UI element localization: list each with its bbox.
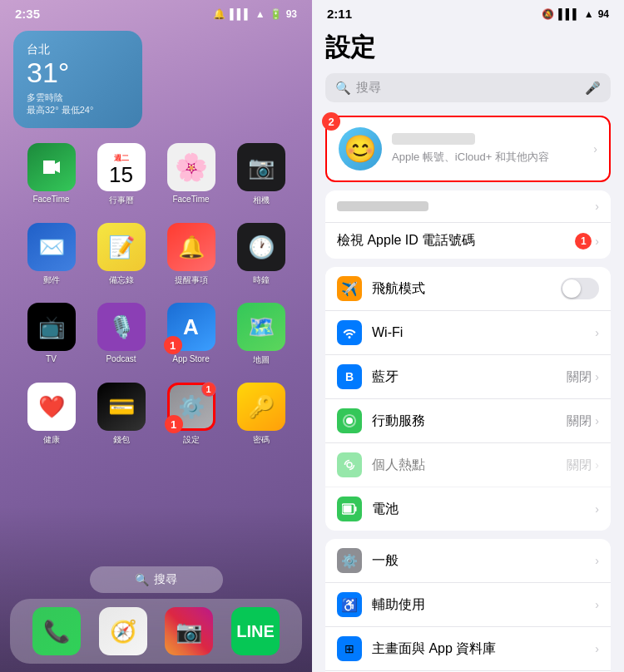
- airplane-toggle[interactable]: [561, 278, 599, 299]
- airplane-mode-row[interactable]: ✈️ 飛航模式: [325, 267, 611, 311]
- view-apple-id-right: 1 ›: [575, 233, 599, 250]
- podcast-label: Podcast: [106, 354, 136, 363]
- svg-rect-6: [344, 506, 352, 513]
- app-appstore[interactable]: A 1 App Store: [161, 303, 221, 366]
- battery-chevron: ›: [595, 502, 599, 516]
- weather-widget[interactable]: 台北 31° 多雲時陰 最高32° 最低24°: [13, 31, 142, 128]
- notes-icon: 📝: [97, 223, 146, 271]
- connectivity-section: ✈️ 飛航模式 Wi-Fi › B: [325, 267, 611, 531]
- airplane-label: 飛航模式: [372, 280, 561, 298]
- app-reminders[interactable]: 🔔 提醒事項: [161, 223, 221, 286]
- hotspot-icon: [337, 452, 362, 477]
- app-photos[interactable]: 🌸 FaceTime: [161, 143, 221, 206]
- right-phone: 2:11 🔕 ▌▌▌ ▲ 94 設定 🔍 搜尋 🎤 2 😊 Apple 帳號、i…: [312, 0, 624, 672]
- bluetooth-icon: B: [337, 364, 362, 389]
- right-search-bar[interactable]: 🔍 搜尋 🎤: [325, 73, 611, 102]
- battery-row[interactable]: 電池 ›: [325, 487, 611, 531]
- camera-icon: 📷: [237, 143, 285, 191]
- photos-icon: 🌸: [167, 143, 215, 191]
- battery-right: ›: [595, 502, 599, 516]
- clock-icon: 🕐: [237, 223, 285, 271]
- tv-label: TV: [46, 354, 57, 363]
- mobile-service-row[interactable]: 行動服務 關閉 ›: [325, 399, 611, 443]
- profile-subtitle: Apple 帳號、iCloud+ 和其他內容: [392, 150, 593, 165]
- mobile-label: 行動服務: [372, 413, 567, 430]
- wifi-label: Wi-Fi: [372, 325, 595, 340]
- search-icon-right: 🔍: [335, 81, 351, 96]
- battery-settings-icon: [337, 497, 362, 521]
- app-maps[interactable]: 🗺️ 地圖: [231, 303, 291, 366]
- app-notes[interactable]: 📝 備忘錄: [92, 223, 151, 286]
- dock-instagram[interactable]: 📷: [165, 607, 213, 655]
- general-icon: ⚙️: [337, 548, 362, 573]
- line-icon: LINE: [236, 622, 275, 641]
- hotspot-content: 個人熱點: [372, 457, 567, 474]
- app-tv[interactable]: 📺 TV: [22, 303, 82, 366]
- airplane-icon: ✈️: [337, 276, 362, 301]
- homescreen-content: 主畫面與 App 資料庫: [372, 640, 595, 658]
- facetime-icon: [27, 143, 76, 191]
- app-facetime[interactable]: FaceTime: [22, 143, 82, 206]
- health-label: 健康: [43, 434, 60, 446]
- second-account-section: › 檢視 Apple ID 電話號碼 1 ›: [325, 190, 611, 259]
- svg-marker-2: [55, 161, 60, 173]
- right-status-icons: 🔕 ▌▌▌ ▲ 94: [542, 8, 609, 20]
- app-grid-row4: ❤️ 健康 💳 錢包 ⚙️ 1 1 設定 🔑 密碼: [0, 374, 312, 454]
- camera-label: 相機: [253, 195, 270, 206]
- app-grid-row3: 📺 TV 🎙️ Podcast A 1 App Store 🗺️ 地圖: [0, 294, 312, 374]
- search-placeholder: 搜尋: [356, 80, 381, 96]
- app-clock[interactable]: 🕐 時鐘: [231, 223, 291, 286]
- general-content: 一般: [372, 552, 595, 570]
- svg-point-3: [346, 418, 353, 424]
- bluetooth-row[interactable]: B 藍牙 關閉 ›: [325, 355, 611, 399]
- homescreen-row[interactable]: ⊞ 主畫面與 App 資料庫 ›: [325, 627, 611, 671]
- phone-icon: 📞: [43, 619, 70, 645]
- safari-icon: 🧭: [110, 619, 136, 645]
- maps-label: 地圖: [253, 354, 270, 366]
- right-wifi-icon: ▲: [584, 8, 594, 20]
- clock-label: 時鐘: [253, 274, 270, 286]
- left-time: 2:35: [15, 7, 40, 21]
- accessibility-row[interactable]: ♿ 輔助使用 ›: [325, 583, 611, 627]
- left-status-icons: 🔔 ▌▌▌ ▲ 🔋 93: [213, 8, 297, 20]
- wifi-row[interactable]: Wi-Fi ›: [325, 311, 611, 355]
- second-account-row[interactable]: ›: [325, 190, 611, 223]
- right-signal-icon: ▌▌▌: [558, 8, 580, 20]
- homescreen-right: ›: [595, 642, 599, 655]
- accessibility-icon: ♿: [337, 592, 362, 617]
- homescreen-icon: ⊞: [337, 636, 362, 661]
- view-apple-id-row[interactable]: 檢視 Apple ID 電話號碼 1 ›: [325, 223, 611, 259]
- app-podcast[interactable]: 🎙️ Podcast: [92, 303, 151, 366]
- dock-safari[interactable]: 🧭: [99, 607, 147, 655]
- app-wallet[interactable]: 💳 錢包: [92, 383, 151, 446]
- app-calendar[interactable]: 週二 15 行事曆: [92, 143, 151, 206]
- view-apple-id-content: 檢視 Apple ID 電話號碼: [337, 232, 575, 250]
- facetime-label: FaceTime: [32, 195, 69, 204]
- app-health[interactable]: ❤️ 健康: [22, 383, 82, 446]
- app-passwords[interactable]: 🔑 密碼: [231, 383, 291, 446]
- app-camera[interactable]: 📷 相機: [231, 143, 291, 206]
- airplane-content: 飛航模式: [372, 280, 561, 298]
- profile-chevron: ›: [593, 142, 597, 156]
- hotspot-right: 關閉 ›: [567, 457, 599, 473]
- view-apple-id-badge: 1: [575, 233, 592, 250]
- dock-line[interactable]: LINE: [231, 607, 280, 655]
- instagram-icon: 📷: [176, 619, 202, 645]
- general-row[interactable]: ⚙️ 一般 ›: [325, 539, 611, 583]
- reminders-icon: 🔔: [167, 223, 215, 271]
- app-mail[interactable]: ✉️ 郵件: [22, 223, 82, 286]
- wallet-label: 錢包: [113, 434, 130, 446]
- profile-row[interactable]: 2 😊 Apple 帳號、iCloud+ 和其他內容 ›: [325, 116, 611, 182]
- left-search-bar[interactable]: 🔍 搜尋: [90, 566, 223, 593]
- bell-muted-icon: 🔔: [213, 8, 225, 20]
- homescreen-label: 主畫面與 App 資料庫: [372, 640, 595, 658]
- app-settings[interactable]: ⚙️ 1 1 設定: [161, 383, 221, 446]
- wifi-chevron: ›: [595, 326, 599, 339]
- view-apple-id-chevron: ›: [595, 235, 599, 248]
- podcast-icon: 🎙️: [97, 303, 146, 351]
- calendar-label: 行事曆: [109, 195, 134, 206]
- battery-level: 94: [598, 8, 609, 20]
- step-circle-2: 2: [322, 112, 340, 131]
- hotspot-row[interactable]: 個人熱點 關閉 ›: [325, 443, 611, 487]
- dock-phone[interactable]: 📞: [32, 607, 81, 655]
